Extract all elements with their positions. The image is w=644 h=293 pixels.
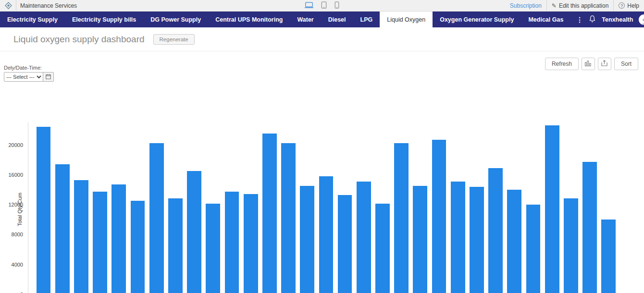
bar-day-31[interactable] <box>599 122 618 293</box>
bar[interactable] <box>526 205 541 293</box>
help-button[interactable]: ? Help <box>619 2 639 9</box>
avatar[interactable] <box>639 14 644 25</box>
bar[interactable] <box>451 182 465 293</box>
bar[interactable] <box>262 134 277 293</box>
mobile-preview-icon[interactable] <box>334 1 339 10</box>
bar-day-2[interactable] <box>53 122 72 293</box>
nav-tab-electricity-supply[interactable]: Electricity Supply <box>0 12 65 27</box>
bar-day-29[interactable] <box>561 122 580 293</box>
edit-application-label: Edit this application <box>559 2 608 9</box>
nav-tab-medical-gas[interactable]: Medical Gas <box>521 12 570 27</box>
bar[interactable] <box>582 162 597 293</box>
main-navbar: Electricity Supply Electricity Supply bi… <box>0 12 644 27</box>
plot-area: 040008000120001600020000 <box>28 122 624 293</box>
bar[interactable] <box>281 143 296 293</box>
bar-day-11[interactable] <box>223 122 241 293</box>
bar-day-20[interactable] <box>392 122 411 293</box>
bar[interactable] <box>357 182 371 293</box>
bar-day-4[interactable] <box>91 122 110 293</box>
bar-day-15[interactable] <box>298 122 317 293</box>
regenerate-button[interactable]: Regenerate <box>153 34 195 45</box>
bar[interactable] <box>488 168 503 293</box>
bar[interactable] <box>131 201 145 293</box>
bar[interactable] <box>111 184 126 293</box>
subscription-link[interactable]: Subscription <box>510 2 542 9</box>
bar-day-27[interactable] <box>524 122 543 293</box>
edit-application-button[interactable]: ✎ Edit this application <box>552 2 608 9</box>
bar-day-7[interactable] <box>147 122 166 293</box>
bar-day-30[interactable] <box>580 122 599 293</box>
divider <box>16 0 16 12</box>
bar-day-10[interactable] <box>204 122 223 293</box>
sort-button[interactable]: Sort <box>614 58 638 70</box>
bar-day-18[interactable] <box>354 122 373 293</box>
bar-day-22[interactable] <box>430 122 448 293</box>
y-tick-label: 16000 <box>8 172 28 178</box>
bar-day-17[interactable] <box>335 122 354 293</box>
bar-day-25[interactable] <box>486 122 505 293</box>
bar[interactable] <box>244 194 258 293</box>
bar[interactable] <box>470 187 484 293</box>
bar-day-19[interactable] <box>373 122 392 293</box>
bar[interactable] <box>300 186 314 293</box>
calendar-button[interactable] <box>43 72 54 82</box>
bar[interactable] <box>601 220 616 293</box>
bar-day-16[interactable] <box>317 122 335 293</box>
bar-day-24[interactable] <box>467 122 486 293</box>
bar[interactable] <box>74 180 88 293</box>
bar[interactable] <box>206 204 220 293</box>
bar[interactable] <box>319 176 334 293</box>
bar-day-5[interactable] <box>110 122 128 293</box>
nav-more-icon[interactable]: ⋮ <box>570 12 589 27</box>
nav-tab-central-ups-monitoring[interactable]: Central UPS Monitoring <box>208 12 290 27</box>
bar[interactable] <box>149 143 164 293</box>
bar[interactable] <box>93 192 107 293</box>
bar-day-8[interactable] <box>166 122 185 293</box>
tablet-preview-icon[interactable] <box>321 1 327 10</box>
nav-tab-diesel[interactable]: Diesel <box>321 12 353 27</box>
bar-day-6[interactable] <box>128 122 147 293</box>
bars-container <box>28 122 624 293</box>
export-button[interactable] <box>598 58 611 70</box>
bar-day-1[interactable] <box>34 122 53 293</box>
bar-day-12[interactable] <box>241 122 260 293</box>
bar[interactable] <box>168 198 183 293</box>
bar-day-14[interactable] <box>279 122 297 293</box>
bar[interactable] <box>545 125 559 293</box>
bar-day-9[interactable] <box>185 122 204 293</box>
bar[interactable] <box>37 127 51 293</box>
bar[interactable] <box>394 143 409 293</box>
bar-day-21[interactable] <box>411 122 430 293</box>
bar[interactable] <box>564 198 578 293</box>
bar-day-13[interactable] <box>260 122 279 293</box>
desktop-preview-icon[interactable] <box>305 2 313 10</box>
page-title: Liquid oxygen supply dashboard <box>13 34 145 45</box>
chart-type-button[interactable] <box>582 58 595 70</box>
nav-tab-electricity-supply-bills[interactable]: Electricity Supply bills <box>65 12 143 27</box>
bar-day-26[interactable] <box>505 122 524 293</box>
notifications-bell-icon[interactable] <box>589 15 596 24</box>
refresh-button[interactable]: Refresh <box>545 58 579 70</box>
bar[interactable] <box>338 195 352 293</box>
bar-day-23[interactable] <box>448 122 467 293</box>
bar[interactable] <box>432 140 446 293</box>
nav-tab-lpg[interactable]: LPG <box>353 12 380 27</box>
topbar-right: Subscription ✎ Edit this application ? H… <box>510 0 639 12</box>
bar[interactable] <box>507 190 521 293</box>
app-root: Maintenance Services Subscription ✎ Edit… <box>0 0 644 293</box>
bar[interactable] <box>225 192 239 293</box>
bar[interactable] <box>375 204 390 293</box>
bar[interactable] <box>55 164 70 293</box>
nav-tab-water[interactable]: Water <box>290 12 321 27</box>
bar-day-3[interactable] <box>72 122 90 293</box>
bar[interactable] <box>187 171 201 293</box>
bar[interactable] <box>413 186 427 293</box>
date-filter-select[interactable]: --- Select --- <box>4 72 43 82</box>
app-logo-icon[interactable] <box>5 2 12 9</box>
y-axis-title: Total Qty/Cum <box>17 193 23 226</box>
nav-tab-dg-power-supply[interactable]: DG Power Supply <box>143 12 208 27</box>
bar-day-28[interactable] <box>543 122 561 293</box>
y-tick-label: 8000 <box>12 232 28 237</box>
nav-tab-oxygen-generator-supply[interactable]: Oxygen Generator Supply <box>433 12 521 27</box>
nav-tab-liquid-oxygen[interactable]: Liquid Oxygen <box>380 12 433 27</box>
